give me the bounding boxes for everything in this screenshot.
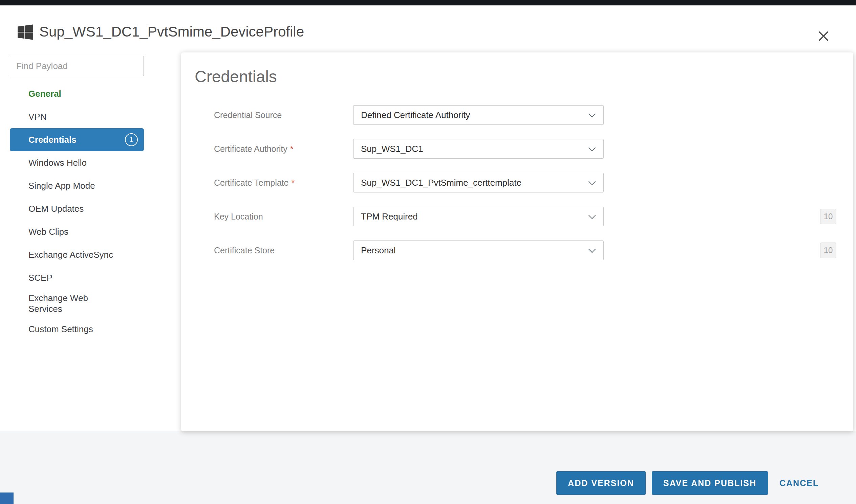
certificate-store-label: Certificate Store	[214, 246, 353, 255]
payload-list: General VPN Credentials 1 Windows Hello …	[10, 82, 144, 341]
certificate-authority-select[interactable]: Sup_WS1_DC1	[353, 139, 604, 159]
credentials-panel: Credentials Credential Source Defined Ce…	[181, 52, 853, 431]
chevron-down-icon	[588, 110, 596, 118]
save-and-publish-button[interactable]: SAVE AND PUBLISH	[652, 471, 768, 495]
required-asterisk: *	[291, 178, 295, 187]
screen: Sup_WS1_DC1_PvtSmime_DeviceProfile Gener…	[0, 0, 856, 504]
chevron-down-icon	[588, 212, 596, 219]
sidebar-item-custom-settings[interactable]: Custom Settings	[10, 318, 144, 341]
sidebar-item-credentials[interactable]: Credentials 1	[10, 128, 144, 151]
background-top-strip	[0, 0, 856, 5]
certificate-authority-row: Certificate Authority* Sup_WS1_DC1	[214, 132, 853, 166]
payload-sidebar: General VPN Credentials 1 Windows Hello …	[10, 56, 144, 341]
key-location-count-badge: 10	[820, 209, 836, 224]
required-asterisk: *	[290, 144, 294, 154]
sidebar-item-scep[interactable]: SCEP	[10, 266, 144, 289]
payload-search-input[interactable]	[10, 56, 144, 76]
certificate-template-row: Certificate Template* Sup_WS1_DC1_PvtSmi…	[214, 166, 853, 200]
key-location-label: Key Location	[214, 212, 353, 221]
key-location-select[interactable]: TPM Required	[353, 207, 604, 226]
credential-source-label: Credential Source	[214, 110, 353, 120]
background-corner-square	[0, 492, 14, 504]
sidebar-item-oem-updates[interactable]: OEM Updates	[10, 197, 144, 220]
sidebar-item-exchange-web-services[interactable]: Exchange Web Services	[10, 289, 144, 318]
sidebar-item-web-clips[interactable]: Web Clips	[10, 220, 144, 243]
footer-actions: ADD VERSION SAVE AND PUBLISH CANCEL	[550, 471, 822, 495]
certificate-store-row: Certificate Store Personal 10	[214, 233, 853, 267]
credential-source-row: Credential Source Defined Certificate Au…	[214, 98, 853, 132]
certificate-template-label: Certificate Template*	[214, 178, 353, 188]
credentials-form: Credential Source Defined Certificate Au…	[214, 98, 853, 267]
sidebar-item-general[interactable]: General	[10, 82, 144, 105]
sidebar-item-exchange-activesync[interactable]: Exchange ActiveSync	[10, 243, 144, 266]
certificate-authority-label: Certificate Authority*	[214, 144, 353, 154]
add-version-button[interactable]: ADD VERSION	[557, 471, 646, 495]
credential-source-select[interactable]: Defined Certificate Authority	[353, 105, 604, 125]
chevron-down-icon	[588, 178, 596, 185]
profile-title: Sup_WS1_DC1_PvtSmime_DeviceProfile	[39, 23, 304, 41]
certificate-template-select[interactable]: Sup_WS1_DC1_PvtSmime_certtemplate	[353, 173, 604, 193]
key-location-row: Key Location TPM Required 10	[214, 200, 853, 233]
certificate-store-count-badge: 10	[820, 242, 836, 258]
credentials-count-badge: 1	[125, 133, 138, 146]
certificate-store-select[interactable]: Personal	[353, 240, 604, 260]
windows-logo-icon	[18, 24, 33, 40]
cancel-button[interactable]: CANCEL	[776, 471, 822, 495]
sidebar-item-single-app-mode[interactable]: Single App Mode	[10, 174, 144, 197]
chevron-down-icon	[588, 144, 596, 151]
close-icon[interactable]	[815, 28, 832, 45]
sidebar-item-vpn[interactable]: VPN	[10, 105, 144, 128]
chevron-down-icon	[588, 246, 596, 253]
modal-footer-region: ADD VERSION SAVE AND PUBLISH CANCEL	[0, 431, 856, 504]
sidebar-item-windows-hello[interactable]: Windows Hello	[10, 151, 144, 174]
panel-heading: Credentials	[195, 67, 853, 86]
